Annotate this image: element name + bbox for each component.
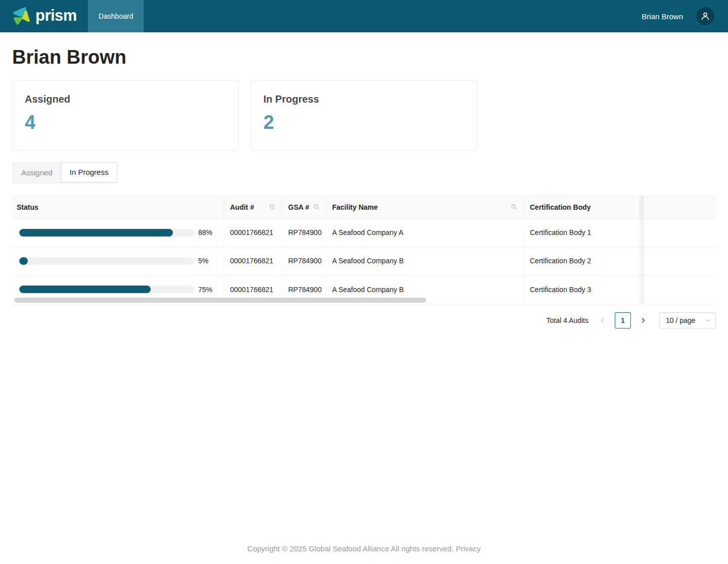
facility-name-cell: A Seafood Company B <box>326 247 524 275</box>
audit-list-tabs: Assigned In Progress <box>12 162 117 183</box>
status-cell: 5% <box>12 247 224 275</box>
privacy-link[interactable]: Privacy <box>456 544 480 553</box>
scrollbar-thumb[interactable] <box>14 298 426 303</box>
tab-in-progress[interactable]: In Progress <box>61 162 118 182</box>
progress-label: 88% <box>198 228 218 237</box>
chevron-right-icon <box>640 317 646 323</box>
pagination-page-1[interactable]: 1 <box>615 312 631 328</box>
navbar-user-name[interactable]: Brian Brown <box>642 12 683 21</box>
progress-bar <box>19 286 194 293</box>
search-icon[interactable] <box>313 204 320 210</box>
table-body: 88%00001766821RP784900A Seafood Company … <box>12 219 716 304</box>
progress-label: 5% <box>198 257 218 265</box>
column-header-gsa-number: GSA # <box>282 196 326 218</box>
pagination: Total 4 Audits 1 10 / page <box>12 312 716 328</box>
stat-card-in-progress: In Progress 2 <box>251 80 477 151</box>
progress-bar <box>19 229 194 237</box>
column-header-facility-name: Facility Name <box>326 196 524 218</box>
chevron-down-icon <box>705 317 711 323</box>
tab-assigned[interactable]: Assigned <box>13 163 61 183</box>
pagination-total: Total 4 Audits <box>547 316 588 324</box>
user-avatar[interactable] <box>696 7 714 25</box>
prism-logo-icon <box>11 7 31 26</box>
column-header-audit-number: Audit # <box>224 196 282 218</box>
column-header-certification-body: Certification Body <box>524 196 644 218</box>
gsa-number-cell: RP784900 <box>282 247 326 275</box>
table-row: 88%00001766821RP784900A Seafood Company … <box>12 219 716 247</box>
table-header: Status Audit # GSA # Facilit <box>12 196 716 219</box>
table-row: 5%00001766821RP784900A Seafood Company B… <box>12 247 716 275</box>
stat-cards: Assigned 4 In Progress 2 <box>12 80 716 151</box>
gsa-number-cell: RP784900 <box>282 219 326 247</box>
stat-label: Assigned <box>25 93 226 105</box>
brand-name: prism <box>35 8 77 25</box>
page-size-select[interactable]: 10 / page <box>659 312 716 328</box>
stat-value: 2 <box>263 111 465 134</box>
footer: Copyright © 2025 Global Seafood Alliance… <box>0 544 728 553</box>
top-navbar: prism Dashboard Brian Brown <box>0 0 728 32</box>
nav-dashboard[interactable]: Dashboard <box>88 0 144 32</box>
actions-cell <box>644 247 716 275</box>
search-icon[interactable] <box>511 204 517 210</box>
person-icon <box>700 11 711 22</box>
page-title: Brian Brown <box>12 45 716 70</box>
certification-body-cell: Certification Body 1 <box>524 219 644 247</box>
actions-cell <box>644 219 716 247</box>
audits-table: Status Audit # GSA # Facilit <box>12 196 716 304</box>
brand-logo[interactable]: prism <box>0 7 77 26</box>
stat-value: 4 <box>25 111 226 134</box>
chevron-left-icon <box>600 317 606 323</box>
pagination-next-button[interactable] <box>635 312 651 328</box>
copyright-text: Copyright © 2025 Global Seafood Alliance… <box>247 544 453 553</box>
stat-card-assigned: Assigned 4 <box>12 80 239 151</box>
audit-number-cell: 00001766821 <box>224 247 282 275</box>
stat-label: In Progress <box>263 93 465 105</box>
progress-label: 75% <box>198 286 218 294</box>
audit-number-cell: 00001766821 <box>224 219 282 247</box>
pagination-prev-button[interactable] <box>595 312 611 328</box>
table-horizontal-scrollbar <box>12 298 716 303</box>
column-header-status: Status <box>12 196 224 218</box>
column-header-actions <box>644 196 716 218</box>
main-content: Brian Brown Assigned 4 In Progress 2 Ass… <box>0 45 728 328</box>
certification-body-cell: Certification Body 2 <box>524 247 644 275</box>
facility-name-cell: A Seafood Company A <box>326 219 524 247</box>
progress-bar <box>19 257 194 265</box>
status-cell: 88% <box>12 219 224 247</box>
search-icon[interactable] <box>269 204 276 210</box>
